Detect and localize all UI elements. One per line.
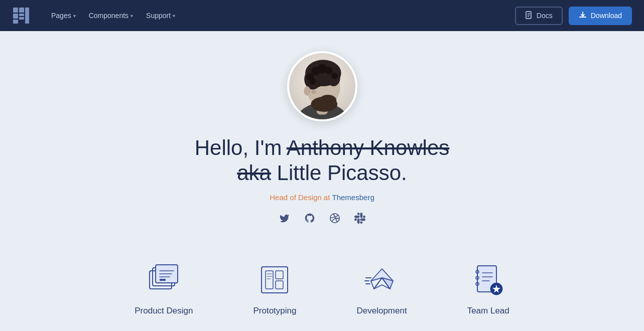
hero-line1: Hello, I'm Anthony Knowles xyxy=(195,135,450,160)
nav-pages[interactable]: Pages ▾ xyxy=(46,9,81,23)
docs-icon xyxy=(525,11,533,21)
svg-point-29 xyxy=(311,90,316,94)
skill-label-development: Development xyxy=(356,306,407,316)
skills-row: Product Design Prototyping xyxy=(0,252,644,326)
twitter-icon[interactable] xyxy=(279,213,290,227)
svg-marker-46 xyxy=(371,269,393,281)
svg-rect-4 xyxy=(19,14,24,16)
hero-heading: Hello, I'm Anthony Knowles aka Little Pi… xyxy=(195,135,450,186)
skill-product-design[interactable]: Product Design xyxy=(104,252,223,326)
skill-label-team-lead: Team Lead xyxy=(467,306,509,316)
svg-rect-42 xyxy=(276,281,283,289)
avatar xyxy=(287,51,357,121)
name-strikethrough: Anthony Knowles xyxy=(287,136,450,159)
svg-point-24 xyxy=(331,73,337,79)
svg-rect-2 xyxy=(19,8,24,13)
nav-links: Pages ▾ Components ▾ Support ▾ xyxy=(46,9,180,23)
svg-rect-38 xyxy=(160,279,166,281)
skill-label-product-design: Product Design xyxy=(135,306,193,316)
svg-point-25 xyxy=(309,78,316,85)
svg-rect-1 xyxy=(13,8,18,13)
chevron-down-icon: ▾ xyxy=(73,13,76,19)
skill-development[interactable]: Development xyxy=(326,252,437,326)
skill-label-prototyping: Prototyping xyxy=(253,306,296,316)
hero-line2: aka Little Picasso. xyxy=(195,160,450,186)
svg-point-30 xyxy=(316,84,320,87)
skill-team-lead[interactable]: Team Lead xyxy=(437,252,540,326)
aka-strikethrough: aka xyxy=(237,161,271,185)
subtitle: Head of Design at Themesberg xyxy=(270,193,374,202)
svg-rect-6 xyxy=(19,17,24,20)
navbar: Pages ▾ Components ▾ Support ▾ xyxy=(0,0,644,31)
svg-point-27 xyxy=(319,95,336,106)
social-icons xyxy=(279,213,365,227)
svg-rect-5 xyxy=(13,20,18,24)
github-icon[interactable] xyxy=(304,213,315,227)
nav-support[interactable]: Support ▾ xyxy=(141,9,180,23)
skill-prototyping[interactable]: Prototyping xyxy=(223,252,326,326)
avatar-portrait xyxy=(289,51,355,121)
navbar-right: Docs Download xyxy=(515,7,632,25)
chevron-down-icon: ▾ xyxy=(131,13,133,19)
navbar-left: Pages ▾ Components ▾ Support ▾ xyxy=(12,7,180,25)
download-button[interactable]: Download xyxy=(569,7,632,25)
logo[interactable] xyxy=(12,7,30,25)
dribbble-icon[interactable] xyxy=(329,213,340,227)
team-lead-icon xyxy=(470,262,506,298)
svg-point-23 xyxy=(325,67,332,74)
product-design-icon xyxy=(146,262,182,298)
svg-rect-3 xyxy=(13,14,18,19)
svg-rect-7 xyxy=(25,8,29,24)
prototyping-icon xyxy=(256,262,293,298)
development-icon xyxy=(364,262,400,298)
svg-rect-41 xyxy=(276,271,283,279)
svg-point-28 xyxy=(304,86,310,96)
docs-button[interactable]: Docs xyxy=(515,7,563,25)
main-content: Hello, I'm Anthony Knowles aka Little Pi… xyxy=(0,31,644,326)
slack-icon[interactable] xyxy=(354,213,365,227)
nav-components[interactable]: Components ▾ xyxy=(84,9,138,23)
download-icon xyxy=(579,11,587,21)
chevron-down-icon: ▾ xyxy=(173,13,175,19)
